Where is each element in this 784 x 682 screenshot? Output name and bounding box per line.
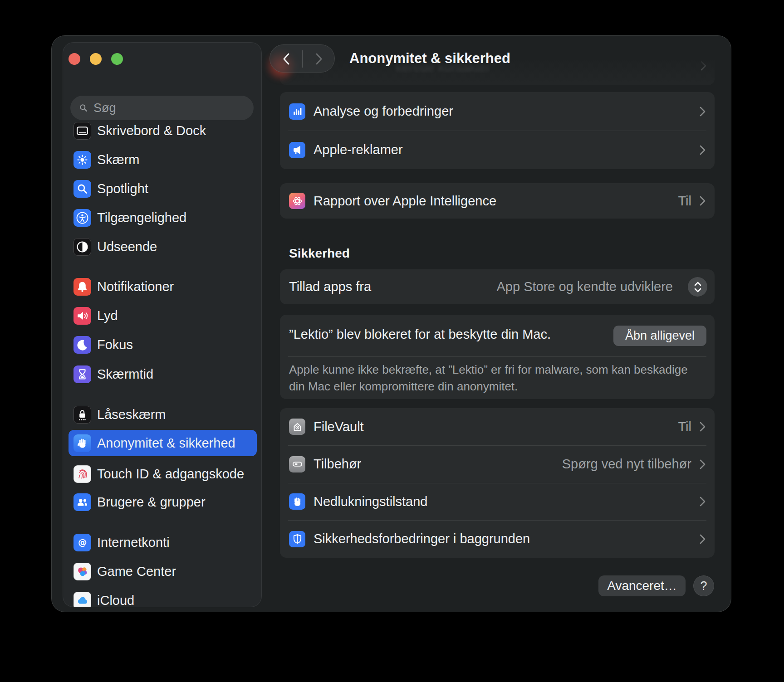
row-label: Apple-reklamer <box>314 142 403 157</box>
users-groups-icon <box>74 493 91 511</box>
chevron-right-icon <box>700 497 706 507</box>
section-header-security: Sikkerhed <box>289 246 350 261</box>
back-button[interactable] <box>270 45 302 73</box>
forward-button[interactable] <box>303 45 335 73</box>
row-filevault[interactable]: FileVault Til <box>280 408 715 445</box>
zoom-button[interactable] <box>111 53 123 65</box>
sidebar-item-appearance[interactable]: Udseende <box>69 234 257 260</box>
page-title: Anonymitet & sikkerhed <box>349 50 510 67</box>
chevron-right-icon <box>700 107 706 117</box>
row-apple-ads[interactable]: Apple-reklamer <box>280 131 715 169</box>
sidebar-item-label: iCloud <box>97 593 134 608</box>
sidebar-item-label: Touch ID & adgangskode <box>97 467 244 482</box>
row-value: Spørg ved nyt tilbehør <box>562 457 691 472</box>
icloud-icon <box>74 592 91 608</box>
lockdown-mode-icon <box>289 493 305 510</box>
row-label: Tilbehør <box>314 457 361 472</box>
notifications-icon <box>74 278 91 296</box>
svg-text:@: @ <box>78 537 87 548</box>
chevron-right-icon <box>700 422 706 432</box>
sidebar-item-label: Skærmtid <box>97 367 153 382</box>
allow-apps-value: App Store og kendte udviklere <box>496 279 673 294</box>
analytics-icon <box>289 103 305 120</box>
search-icon <box>78 102 89 113</box>
minimize-button[interactable] <box>90 53 102 65</box>
sidebar-item-label: Brugere & grupper <box>97 495 206 510</box>
row-allow-apps-from[interactable]: Tillad apps fra App Store og kendte udvi… <box>280 269 715 304</box>
sidebar-item-label: Tilgængelighed <box>97 210 186 225</box>
sidebar-item-label: Anonymitet & sikkerhed <box>97 436 235 451</box>
chevron-right-icon <box>700 145 706 155</box>
row-value: Til <box>678 194 691 209</box>
help-button[interactable]: ? <box>693 575 714 596</box>
accessories-icon <box>289 456 305 473</box>
sidebar-item-game-center[interactable]: Game Center <box>69 558 257 585</box>
sidebar-item-touch-id[interactable]: Touch ID & adgangskode <box>69 461 257 487</box>
row-accessories[interactable]: Tilbehør Spørg ved nyt tilbehør <box>280 445 715 483</box>
sidebar-item-label: Fokus <box>97 337 133 352</box>
apple-ads-icon <box>289 142 305 158</box>
chevron-right-icon <box>700 459 706 469</box>
divider <box>288 356 706 357</box>
blocked-app-detail: Apple kunne ikke bekræfte, at ”Lektio” e… <box>289 361 693 395</box>
sidebar-item-screen-time[interactable]: Skærmtid <box>69 361 257 387</box>
display-icon <box>74 151 91 169</box>
row-background-security[interactable]: Sikkerhedsforbedringer i baggrunden <box>280 520 715 558</box>
row-label: Nedlukningstilstand <box>314 494 427 509</box>
sidebar-item-users-groups[interactable]: Brugere & grupper <box>69 489 257 515</box>
sidebar-item-notifications[interactable]: Notifikationer <box>69 273 257 300</box>
sidebar-item-label: Game Center <box>97 564 176 579</box>
analytics-ads-card: Analyse og forbedringer Apple-reklamer <box>280 92 715 169</box>
row-apple-intelligence-report[interactable]: Rapport over Apple Intelligence Til <box>280 183 715 219</box>
spotlight-icon <box>74 180 91 198</box>
advanced-button[interactable]: Avanceret… <box>598 575 686 596</box>
screen-time-icon <box>74 365 91 383</box>
game-center-icon <box>74 563 91 580</box>
row-analytics[interactable]: Analyse og forbedringer <box>280 92 715 131</box>
sidebar: Søg Skrivebord & Dock Skærm <box>63 42 262 607</box>
up-down-chevrons-icon <box>692 280 704 294</box>
sidebar-item-label: Skrivebord & Dock <box>97 123 206 138</box>
sidebar-item-label: Spotlight <box>97 181 148 196</box>
sidebar-item-display[interactable]: Skærm <box>69 146 257 173</box>
sidebar-item-spotlight[interactable]: Spotlight <box>69 175 257 202</box>
row-label: Analyse og forbedringer <box>314 104 453 119</box>
sidebar-item-desktop-dock[interactable]: Skrivebord & Dock <box>69 117 257 144</box>
allow-apps-popup-stepper[interactable] <box>688 277 707 297</box>
sidebar-item-label: Låseskærm <box>97 407 166 422</box>
search-input[interactable]: Søg <box>70 96 254 120</box>
sidebar-item-accessibility[interactable]: Tilgængelighed <box>69 205 257 231</box>
security-options-card: FileVault Til Tilbehør Spørg ved nyt til… <box>280 408 715 558</box>
sidebar-item-icloud[interactable]: iCloud <box>69 587 257 607</box>
desktop-dock-icon <box>74 122 91 140</box>
sidebar-item-label: Internetkonti <box>97 535 170 550</box>
sound-icon <box>74 307 91 325</box>
sidebar-item-focus[interactable]: Fokus <box>69 331 257 358</box>
forward-chevron-icon <box>315 53 323 65</box>
background-security-icon <box>289 531 305 547</box>
sidebar-item-privacy-security[interactable]: Anonymitet & sikkerhed <box>69 430 257 456</box>
filevault-icon <box>289 419 305 435</box>
row-label: Tillad apps fra <box>289 279 371 294</box>
sidebar-item-lock-screen[interactable]: Låseskærm <box>69 401 257 428</box>
sidebar-item-label: Skærm <box>97 152 139 167</box>
open-anyway-button[interactable]: Åbn alligevel <box>613 326 706 346</box>
sidebar-item-label: Notifikationer <box>97 279 174 294</box>
row-value: Til <box>678 419 691 434</box>
row-lockdown-mode[interactable]: Nedlukningstilstand <box>280 483 715 520</box>
apple-intelligence-card: Rapport over Apple Intelligence Til <box>280 183 715 219</box>
row-label: FileVault <box>314 419 364 434</box>
blocked-app-message: ”Lektio” blev blokeret for at beskytte d… <box>289 327 551 342</box>
sidebar-item-sound[interactable]: Lyd <box>69 302 257 329</box>
system-settings-window: Søg Skrivebord & Dock Skærm <box>51 35 731 612</box>
internet-accounts-icon: @ <box>74 534 91 551</box>
sidebar-item-internet-accounts[interactable]: @ Internetkonti <box>69 529 257 555</box>
back-chevron-icon <box>283 53 290 65</box>
blocked-app-card: ”Lektio” blev blokeret for at beskytte d… <box>280 315 715 399</box>
sidebar-item-label: Udseende <box>97 239 157 254</box>
close-button[interactable] <box>69 53 80 65</box>
search-placeholder: Søg <box>93 101 116 115</box>
chevron-right-icon <box>700 196 706 206</box>
privacy-security-icon <box>74 434 91 452</box>
row-label: Rapport over Apple Intelligence <box>314 194 496 209</box>
